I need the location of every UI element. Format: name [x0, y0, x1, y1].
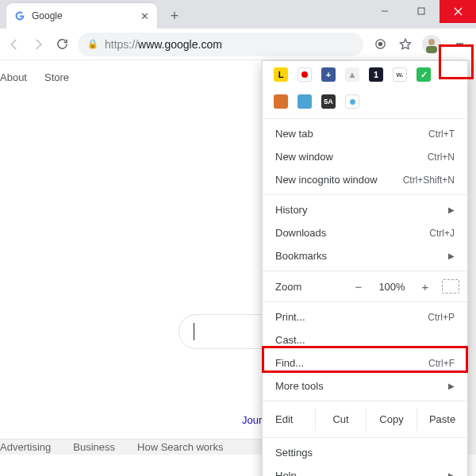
extension-icon[interactable]	[298, 67, 312, 82]
edit-copy-button[interactable]: Copy	[366, 408, 416, 431]
extension-icon[interactable]	[345, 94, 359, 109]
menu-print[interactable]: Print...Ctrl+P	[263, 305, 467, 328]
extensions-row-2: 5A	[263, 88, 467, 115]
window-minimize-button[interactable]	[367, 0, 403, 23]
browser-tab[interactable]: Google ✕	[6, 3, 157, 29]
forward-button	[30, 36, 46, 52]
extension-icon[interactable]: ▲	[345, 67, 359, 82]
new-tab-button[interactable]: +	[163, 5, 186, 27]
edit-label: Edit	[275, 413, 315, 425]
address-bar[interactable]: 🔒 https://www.google.com	[78, 33, 363, 56]
extension-icon[interactable]: 5A	[321, 94, 336, 109]
menu-settings[interactable]: Settings	[263, 441, 467, 464]
star-icon[interactable]	[397, 36, 414, 53]
chrome-main-menu: L + ▲ 1 w. ✓ 5A New tabCtrl+T New window…	[262, 60, 468, 476]
zoom-label: Zoom	[275, 281, 301, 293]
menu-incognito[interactable]: New incognito windowCtrl+Shift+N	[263, 168, 467, 191]
menu-edit-row: Edit Cut Copy Paste	[263, 405, 467, 434]
nav-about[interactable]: About	[0, 71, 27, 83]
reload-button[interactable]	[54, 36, 70, 52]
menu-more-tools[interactable]: More tools▶	[263, 374, 467, 397]
page-content: About Store Journ Advertising Business H…	[0, 60, 476, 452]
menu-downloads[interactable]: DownloadsCtrl+J	[263, 221, 467, 244]
menu-new-window[interactable]: New windowCtrl+N	[263, 145, 467, 168]
extension-icon[interactable]	[298, 94, 312, 109]
svg-rect-2	[418, 8, 424, 14]
extension-icon[interactable]: 1	[369, 67, 383, 82]
window-close-button[interactable]	[440, 0, 476, 23]
target-icon[interactable]	[371, 36, 389, 53]
menu-new-tab[interactable]: New tabCtrl+T	[263, 122, 467, 145]
extension-icon[interactable]	[274, 94, 288, 109]
lock-icon: 🔒	[87, 39, 98, 49]
menu-zoom-row: Zoom − 100% +	[263, 274, 467, 298]
menu-find[interactable]: Find...Ctrl+F	[263, 351, 467, 374]
menu-cast[interactable]: Cast...	[263, 328, 467, 351]
profile-avatar[interactable]	[422, 35, 441, 54]
toolbar: 🔒 https://www.google.com	[0, 29, 476, 60]
footer-how-search[interactable]: How Search works	[137, 441, 223, 453]
extension-icon[interactable]: ✓	[416, 67, 431, 82]
extension-icon[interactable]: L	[274, 67, 288, 82]
menu-help[interactable]: Help▶	[263, 464, 467, 476]
tab-strip: Google ✕ +	[0, 0, 476, 29]
kebab-menu-button[interactable]	[449, 33, 470, 56]
svg-rect-9	[426, 46, 437, 53]
extension-icon[interactable]: w.	[393, 67, 407, 82]
svg-point-6	[378, 42, 382, 45]
menu-bookmarks[interactable]: Bookmarks▶	[263, 244, 467, 267]
edit-cut-button[interactable]: Cut	[315, 408, 366, 431]
svg-point-8	[428, 39, 435, 45]
menu-history[interactable]: History▶	[263, 198, 467, 221]
url-text: https://www.google.com	[105, 38, 222, 51]
text-cursor	[194, 323, 194, 340]
zoom-value: 100%	[375, 281, 409, 293]
footer-advertising[interactable]: Advertising	[0, 441, 51, 453]
back-button	[6, 36, 22, 52]
footer-business[interactable]: Business	[73, 441, 115, 453]
extension-icon[interactable]: +	[321, 67, 336, 82]
nav-store[interactable]: Store	[44, 71, 69, 83]
edit-paste-button[interactable]: Paste	[416, 408, 467, 431]
zoom-out-button[interactable]: −	[350, 280, 367, 294]
close-tab-icon[interactable]: ✕	[140, 10, 149, 22]
extensions-row-1: L + ▲ 1 w. ✓	[263, 61, 467, 88]
window-maximize-button[interactable]	[403, 0, 440, 23]
zoom-in-button[interactable]: +	[416, 280, 434, 294]
favicon-google	[14, 10, 25, 21]
fullscreen-button[interactable]	[442, 279, 459, 294]
tab-title: Google	[32, 10, 134, 21]
